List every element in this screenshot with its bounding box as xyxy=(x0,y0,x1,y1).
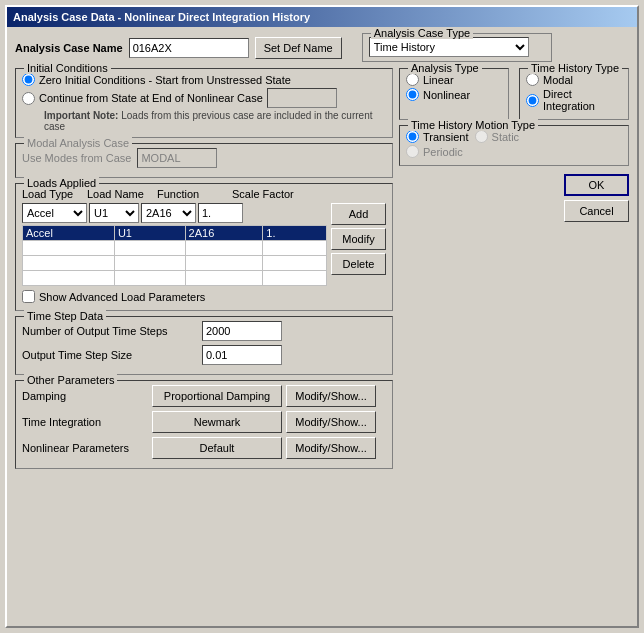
window-title: Analysis Case Data - Nonlinear Direct In… xyxy=(13,11,310,23)
ok-button[interactable]: OK xyxy=(564,174,629,196)
num-output-steps-label: Number of Output Time Steps xyxy=(22,325,202,337)
load-type-combo[interactable]: AccelForce xyxy=(22,203,87,223)
num-output-steps-input[interactable] xyxy=(202,321,282,341)
table-row-empty1 xyxy=(23,241,327,256)
table-row[interactable]: Accel U1 2A16 1. xyxy=(23,226,327,241)
table-row-empty2 xyxy=(23,256,327,271)
static-radio xyxy=(475,130,488,143)
analysis-type-title: Analysis Type xyxy=(408,62,482,74)
direct-integration-label: Direct Integration xyxy=(543,88,622,112)
linear-label: Linear xyxy=(423,74,454,86)
direct-integration-radio[interactable] xyxy=(526,94,539,107)
scale-factor-input[interactable] xyxy=(198,203,243,223)
time-history-motion-type-title: Time History Motion Type xyxy=(408,119,538,131)
scale-factor-cell: 1. xyxy=(263,226,327,241)
modal-radio[interactable] xyxy=(526,73,539,86)
loads-table: Accel U1 2A16 1. xyxy=(22,225,327,286)
continue-state-input xyxy=(267,88,337,108)
linear-radio[interactable] xyxy=(406,73,419,86)
time-integration-modify-button[interactable]: Modify/Show... xyxy=(286,411,376,433)
main-window: Analysis Case Data - Nonlinear Direct In… xyxy=(5,5,639,628)
zero-initial-radio[interactable] xyxy=(22,73,35,86)
analysis-case-name-label: Analysis Case Name xyxy=(15,42,123,54)
loads-applied-title: Loads Applied xyxy=(24,177,99,189)
scale-factor-col-label: Scale Factor xyxy=(232,188,294,200)
load-type-col-label: Load Type xyxy=(22,188,87,200)
modify-button[interactable]: Modify xyxy=(331,228,386,250)
static-label: Static xyxy=(492,131,520,143)
modal-analysis-case-title: Modal Analysis Case xyxy=(24,137,132,149)
function-col-label: Function xyxy=(157,188,232,200)
transient-label: Transient xyxy=(423,131,468,143)
transient-radio[interactable] xyxy=(406,130,419,143)
time-history-type-title: Time History Type xyxy=(528,62,622,74)
function-cell: 2A16 xyxy=(185,226,263,241)
damping-label: Damping xyxy=(22,390,152,402)
continue-from-state-radio[interactable] xyxy=(22,92,35,105)
use-modes-label: Use Modes from Case xyxy=(22,152,131,164)
load-name-col-label: Load Name xyxy=(87,188,157,200)
show-advanced-checkbox[interactable] xyxy=(22,290,35,303)
nonlinear-params-modify-button[interactable]: Modify/Show... xyxy=(286,437,376,459)
nonlinear-label: Nonlinear xyxy=(423,89,470,101)
show-advanced-label: Show Advanced Load Parameters xyxy=(39,291,205,303)
title-bar: Analysis Case Data - Nonlinear Direct In… xyxy=(7,7,637,27)
important-note-label: Important Note: xyxy=(44,110,118,121)
load-name-cell: U1 xyxy=(114,226,185,241)
cancel-button[interactable]: Cancel xyxy=(564,200,629,222)
analysis-case-name-input[interactable] xyxy=(129,38,249,58)
add-button[interactable]: Add xyxy=(331,203,386,225)
output-time-step-input[interactable] xyxy=(202,345,282,365)
continue-from-state-label: Continue from State at End of Nonlinear … xyxy=(39,92,263,104)
periodic-radio xyxy=(406,145,419,158)
other-params-title: Other Parameters xyxy=(24,374,117,386)
load-type-cell: Accel xyxy=(23,226,115,241)
output-time-step-label: Output Time Step Size xyxy=(22,349,202,361)
damping-modify-button[interactable]: Modify/Show... xyxy=(286,385,376,407)
analysis-case-type-select[interactable]: Time History Modal Linear xyxy=(369,37,529,57)
time-integration-value-button[interactable]: Newmark xyxy=(152,411,282,433)
table-row-empty3 xyxy=(23,271,327,286)
modal-case-input xyxy=(137,148,217,168)
time-step-data-title: Time Step Data xyxy=(24,310,106,322)
modal-type-label: Modal xyxy=(543,74,573,86)
delete-button[interactable]: Delete xyxy=(331,253,386,275)
set-def-name-button[interactable]: Set Def Name xyxy=(255,37,342,59)
damping-value-button[interactable]: Proportional Damping xyxy=(152,385,282,407)
initial-conditions-title: Initial Conditions xyxy=(24,62,111,74)
nonlinear-params-label: Nonlinear Parameters xyxy=(22,442,152,454)
time-integration-label: Time Integration xyxy=(22,416,152,428)
nonlinear-radio[interactable] xyxy=(406,88,419,101)
nonlinear-params-value-button[interactable]: Default xyxy=(152,437,282,459)
function-combo[interactable]: 2A16DEFAULT xyxy=(141,203,196,223)
load-name-combo[interactable]: U1U2 xyxy=(89,203,139,223)
analysis-case-type-label: Analysis Case Type xyxy=(371,27,473,39)
periodic-label: Periodic xyxy=(423,146,463,158)
zero-initial-label: Zero Initial Conditions - Start from Uns… xyxy=(39,74,291,86)
